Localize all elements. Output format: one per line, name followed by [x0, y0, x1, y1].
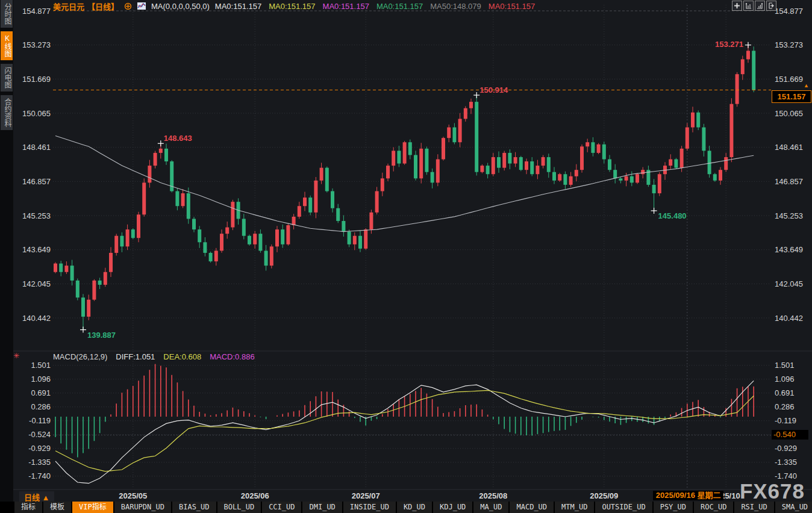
candle-body [552, 172, 556, 181]
candle-body [613, 170, 617, 178]
watermark-logo: FX678 [740, 479, 805, 503]
candle-body [258, 234, 262, 250]
tab-PSY_UD[interactable]: PSY_UD [654, 502, 693, 513]
axis-label: -1.335 [28, 458, 51, 467]
candle-body [569, 176, 573, 185]
tab-VIP指标[interactable]: VIP指标 [72, 502, 113, 513]
candle-body [308, 197, 312, 213]
candle-body [680, 149, 684, 168]
candle-body [76, 281, 80, 297]
tab-KD_UD[interactable]: KD_UD [397, 502, 432, 513]
candle-body [54, 264, 57, 272]
candle-body [314, 181, 317, 213]
chart-type-icon[interactable] [137, 2, 146, 10]
layout-grid-icon[interactable] [732, 1, 742, 11]
candle-body [636, 174, 639, 182]
candle-body [104, 272, 107, 285]
candle-body [674, 160, 678, 168]
candle-body [602, 145, 606, 160]
tab-OUTSIDE_UD[interactable]: OUTSIDE_UD [595, 502, 652, 513]
candle-body [98, 281, 102, 285]
candle-body [452, 128, 456, 143]
axis-label: 145.253 [775, 211, 803, 220]
axis-label: 145.480 [658, 211, 687, 220]
settings-gear-icon[interactable] [124, 2, 132, 10]
candle-body [641, 170, 645, 174]
ma-settings-label: MA(0,0,0,0,50,0) [151, 2, 210, 11]
axis-label: 153.271 [715, 40, 743, 49]
axis-label: 150.065 [775, 109, 803, 118]
candle-body [253, 234, 257, 244]
tab-BIAS_UD[interactable]: BIAS_UD [172, 502, 216, 513]
left-axis-scale-icon[interactable] [743, 1, 754, 11]
axis-label: 154.877 [775, 7, 803, 16]
tab-模板[interactable]: 模板 [43, 502, 71, 513]
candle-body [586, 142, 589, 146]
axis-label: 145.253 [22, 211, 51, 220]
date-label: 2025/09 [590, 491, 618, 500]
candle-body [729, 104, 733, 157]
axis-label: 150.065 [22, 109, 51, 118]
candle-body [181, 193, 185, 206]
candle-body [702, 128, 705, 151]
axis-label: 150.914 [479, 86, 508, 95]
candle-body [369, 213, 373, 229]
tab-指标[interactable]: 指标 [14, 502, 42, 513]
ma-value-5: MA0:151.157 [489, 2, 535, 11]
date-label: 2025/05 [119, 491, 147, 500]
axis-label: 154.877 [22, 7, 51, 16]
axis-label: 151.669 [775, 75, 803, 84]
right-axis-scale-icon[interactable] [755, 1, 765, 11]
candle-body [286, 225, 290, 244]
candle-body [92, 281, 96, 300]
candle-body [542, 157, 545, 166]
candle-body [525, 161, 528, 170]
candle-body [131, 229, 135, 238]
axis-label: 140.442 [22, 314, 51, 323]
tab-DMI_UD[interactable]: DMI_UD [302, 502, 342, 513]
ma-value-3: MA0:151.157 [376, 2, 423, 11]
axis-label: 146.857 [775, 177, 803, 186]
candle-body [536, 166, 539, 174]
tab-ROC_UD[interactable]: ROC_UD [694, 502, 733, 513]
ma-value-2: MA0:151.157 [323, 2, 369, 11]
pan-right-icon[interactable] [766, 1, 776, 11]
indicator-marker-icon[interactable]: ✳ [13, 352, 19, 360]
axis-label: -0.524 [28, 430, 51, 439]
date-label: 2025/07 [352, 491, 380, 500]
candle-body [264, 250, 268, 266]
candle-body [591, 142, 595, 153]
candle-body [431, 172, 434, 183]
candle-body [220, 234, 223, 250]
candle-body [81, 297, 85, 317]
tab-MACD_UD[interactable]: MACD_UD [510, 502, 554, 513]
axis-label: -1.740 [28, 471, 51, 480]
tab-BOLL_UD[interactable]: BOLL_UD [217, 502, 261, 513]
tab-MTM_UD[interactable]: MTM_UD [555, 502, 594, 513]
price-up-arrow-icon: ▲ [804, 82, 809, 89]
candle-body [87, 300, 90, 317]
candle-body [619, 178, 622, 181]
tab-INSIDE_UD[interactable]: INSIDE_UD [343, 502, 396, 513]
axis-label: 148.643 [164, 134, 192, 143]
axis-label: 148.461 [22, 143, 51, 152]
candle-body [114, 236, 118, 253]
candle-body [353, 236, 357, 244]
chart-canvas[interactable]: 154.877154.877153.273153.273151.669151.6… [0, 0, 812, 513]
candle-body [159, 149, 163, 153]
candle-body [375, 191, 379, 213]
candle-body [120, 236, 123, 247]
tab-MA_UD[interactable]: MA_UD [473, 502, 508, 513]
candle-body [248, 236, 251, 244]
tab-CCI_UD[interactable]: CCI_UD [262, 502, 301, 513]
tab-BARUPDN_UD[interactable]: BARUPDN_UD [114, 502, 171, 513]
symbol-title: 美元日元 [53, 1, 84, 12]
candle-body [137, 214, 140, 238]
tab-KDJ_UD[interactable]: KDJ_UD [433, 502, 472, 513]
candle-body [225, 228, 229, 234]
candle-body [275, 229, 279, 246]
date-label: 2025/06 [241, 491, 269, 500]
candle-body [214, 250, 218, 261]
candle-body [231, 202, 234, 227]
axis-label: 142.045 [775, 279, 803, 288]
